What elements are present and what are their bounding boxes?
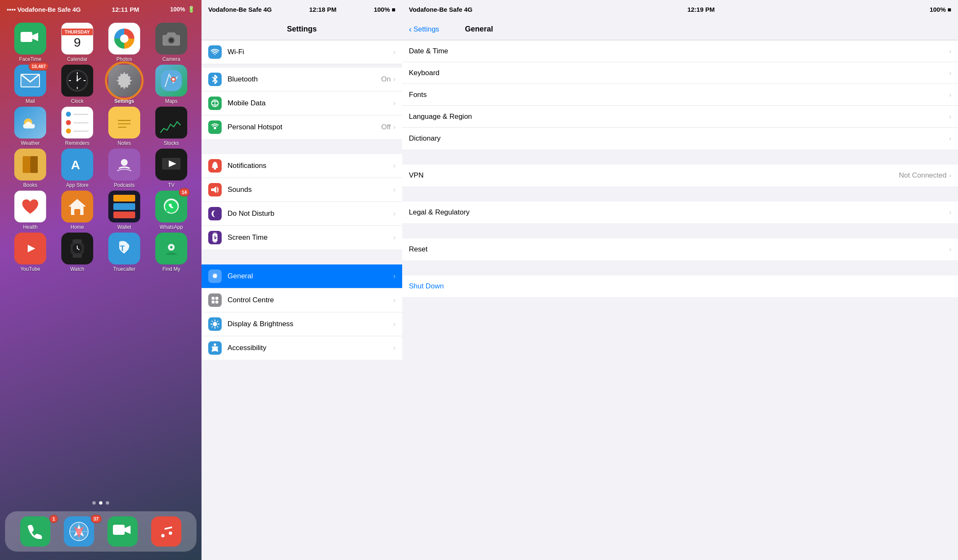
svg-point-27 xyxy=(121,159,128,166)
fonts-chevron: › xyxy=(949,91,951,99)
settings-list: Wi-Fi › Bluetooth On › xyxy=(202,40,402,560)
app-row-1: FaceTime Thursday 9 Calendar xyxy=(7,23,195,62)
status-bar-home: ▪▪▪▪ Vodafone-Be Safe 4G 12:11 PM 100% 🔋 xyxy=(0,0,202,18)
app-camera[interactable]: Camera xyxy=(150,23,192,62)
status-battery-home: 100% 🔋 xyxy=(170,6,195,13)
app-home[interactable]: Home xyxy=(56,191,98,230)
app-health[interactable]: Health xyxy=(9,191,51,230)
dock-safari[interactable]: 37 xyxy=(58,516,100,547)
app-reminders[interactable]: Reminders xyxy=(56,107,98,146)
music-icon xyxy=(151,516,181,547)
settings-row-notifications[interactable]: Notifications › xyxy=(202,154,402,178)
svg-text:T: T xyxy=(120,244,125,253)
wifi-row-icon xyxy=(208,45,222,59)
dock-facetime[interactable] xyxy=(102,516,144,547)
legalregulatory-chevron: › xyxy=(949,209,951,216)
shutdown-label: Shut Down xyxy=(409,282,951,290)
app-settings[interactable]: Settings xyxy=(103,65,145,104)
general-row-fonts[interactable]: Fonts › xyxy=(402,84,958,106)
settings-row-wifi-partial[interactable]: Wi-Fi › xyxy=(202,40,402,64)
app-facetime[interactable]: FaceTime xyxy=(9,23,51,62)
dock-phone[interactable]: 1 xyxy=(14,516,56,547)
notifications-icon xyxy=(208,159,222,173)
svg-point-43 xyxy=(170,246,173,249)
app-clock[interactable]: Clock xyxy=(56,65,98,104)
app-calendar[interactable]: Thursday 9 Calendar xyxy=(56,23,98,62)
settings-row-screentime[interactable]: Screen Time › xyxy=(202,226,402,249)
general-row-languageregion[interactable]: Language & Region › xyxy=(402,106,958,128)
settings-screen: Vodafone-Be Safe 4G 12:18 PM 100% ■ Sett… xyxy=(202,0,402,560)
app-row-4: Books A App Store xyxy=(7,149,195,188)
settings-row-general[interactable]: General › xyxy=(202,264,402,288)
settings-row-donotdisturb[interactable]: Do Not Disturb › xyxy=(202,202,402,226)
app-whatsapp[interactable]: 14 WhatsApp xyxy=(150,191,192,230)
app-books[interactable]: Books xyxy=(9,149,51,188)
svg-point-66 xyxy=(213,322,217,326)
app-weather[interactable]: Weather xyxy=(9,107,51,146)
general-row-shutdown[interactable]: Shut Down xyxy=(402,275,958,297)
mail-icon: 18,487 xyxy=(14,65,46,97)
app-label-appstore: App Store xyxy=(66,182,88,188)
general-row-datetime[interactable]: Date & Time › xyxy=(402,40,958,62)
settings-row-sounds[interactable]: Sounds › xyxy=(202,178,402,202)
donotdisturb-chevron: › xyxy=(393,210,395,217)
app-mail[interactable]: 18,487 Mail xyxy=(9,65,51,104)
app-label-camera: Camera xyxy=(162,56,181,62)
calendar-icon: Thursday 9 xyxy=(61,23,93,55)
app-maps[interactable]: Maps xyxy=(150,65,192,104)
app-youtube[interactable]: YouTube xyxy=(9,233,51,272)
general-row-legalregulatory[interactable]: Legal & Regulatory › xyxy=(402,201,958,223)
languageregion-chevron: › xyxy=(949,113,951,120)
general-row-vpn[interactable]: VPN Not Connected › xyxy=(402,165,958,186)
svg-rect-62 xyxy=(212,297,215,300)
general-row-keyboard[interactable]: Keyboard › xyxy=(402,62,958,84)
facetime-icon xyxy=(14,23,46,55)
battery-settings: 100% ■ xyxy=(374,6,395,13)
app-truecaller[interactable]: T Truecaller xyxy=(103,233,145,272)
svg-rect-56 xyxy=(213,233,217,234)
settings-row-displaybrightness[interactable]: Display & Brightness › xyxy=(202,312,402,336)
svg-line-73 xyxy=(212,326,213,327)
general-row-dictionary[interactable]: Dictionary › xyxy=(402,128,958,149)
settings-highlight-ring xyxy=(105,61,144,100)
app-notes[interactable]: Notes xyxy=(103,107,145,146)
wallet-icon xyxy=(108,191,140,222)
status-bar-general: Vodafone-Be Safe 4G 12:19 PM 100% ■ xyxy=(402,0,958,18)
general-row-reset[interactable]: Reset › xyxy=(402,238,958,260)
app-watch[interactable]: Watch xyxy=(56,233,98,272)
app-podcasts[interactable]: Podcasts xyxy=(103,149,145,188)
battery-icon: 🔋 xyxy=(188,6,195,13)
camera-icon xyxy=(155,23,187,55)
truecaller-icon: T xyxy=(108,233,140,264)
settings-row-accessibility[interactable]: Accessibility › xyxy=(202,336,402,360)
settings-row-controlcentre[interactable]: Control Centre › xyxy=(202,288,402,312)
dock-music[interactable] xyxy=(145,516,187,547)
app-label-facetime: FaceTime xyxy=(19,56,42,62)
settings-row-bluetooth[interactable]: Bluetooth On › xyxy=(202,68,402,92)
svg-line-71 xyxy=(212,321,213,322)
sounds-icon xyxy=(208,183,222,196)
settings-row-hotspot[interactable]: Personal Hotspot Off › xyxy=(202,115,402,139)
vpn-value: Not Connected xyxy=(899,171,946,180)
general-list: Date & Time › Keyboard › Fonts › Languag… xyxy=(402,40,958,560)
app-findmy[interactable]: Find My xyxy=(150,233,192,272)
svg-rect-24 xyxy=(23,156,30,173)
status-carrier-home: ▪▪▪▪ Vodafone-Be Safe 4G xyxy=(7,6,81,13)
battery-icon-general: ■ xyxy=(948,6,951,13)
settings-row-mobiledata[interactable]: Mobile Data › xyxy=(202,92,402,115)
hotspot-icon xyxy=(208,120,222,134)
donotdisturb-label: Do Not Disturb xyxy=(228,209,393,218)
app-tv[interactable]: TV xyxy=(150,149,192,188)
podcasts-icon xyxy=(108,149,140,181)
app-stocks[interactable]: Stocks xyxy=(150,107,192,146)
svg-marker-50 xyxy=(125,526,131,534)
back-to-settings-button[interactable]: ‹ Settings xyxy=(409,24,439,34)
app-photos[interactable]: Photos xyxy=(103,23,145,62)
app-wallet[interactable]: Wallet xyxy=(103,191,145,230)
youtube-icon xyxy=(14,233,46,264)
battery-icon-settings: ■ xyxy=(392,6,395,13)
general-label: General xyxy=(228,272,393,280)
app-appstore[interactable]: A App Store xyxy=(56,149,98,188)
general-section-5: Shut Down xyxy=(402,275,958,297)
notifications-chevron: › xyxy=(393,162,395,170)
